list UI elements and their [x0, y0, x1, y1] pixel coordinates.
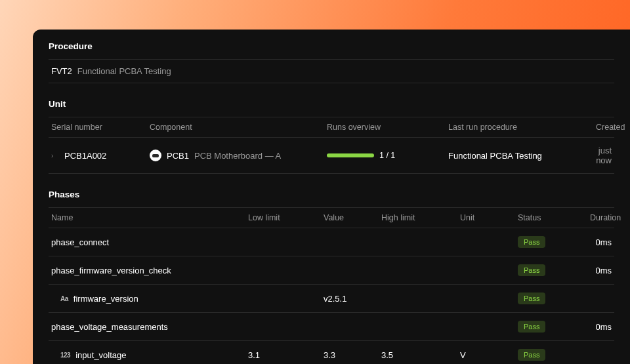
- phase-name: phase_connect: [51, 237, 248, 247]
- col-serial: Serial number: [51, 123, 150, 132]
- phase-sub-label: input_voltage: [75, 350, 126, 360]
- col-duration: Duration: [590, 213, 621, 222]
- procedure-code: FVT2: [51, 66, 72, 76]
- phase-duration: 0ms: [590, 237, 612, 247]
- status-badge: Pass: [518, 293, 545, 304]
- phase-sub-name: 123input_voltage: [51, 350, 248, 360]
- col-low: Low limit: [248, 213, 324, 222]
- phase-status-cell: Pass: [518, 349, 590, 361]
- phases-table: Name Low limit Value High limit Unit Sta…: [49, 207, 614, 364]
- unit-serial-cell: › PCB1A002: [51, 151, 150, 161]
- col-runs: Runs overview: [327, 123, 448, 132]
- status-badge: Pass: [518, 321, 545, 333]
- runs-cell: 1 / 1: [327, 151, 448, 160]
- phase-sub-label: firmware_version: [74, 294, 138, 304]
- phase-row[interactable]: 123input_voltage3.13.33.5VPass: [49, 341, 614, 364]
- main-panel: Procedure FVT2 Functional PCBA Testing U…: [33, 30, 630, 364]
- phase-low: 3.1: [248, 350, 324, 360]
- text-type-icon: Aa: [60, 295, 68, 302]
- phase-status-cell: Pass: [518, 264, 590, 276]
- phase-row[interactable]: phase_connectPass0ms: [49, 228, 614, 256]
- last-run-cell: Functional PCBA Testing: [448, 151, 596, 161]
- procedure-title: Procedure: [49, 41, 614, 51]
- component-name: PCB1: [167, 151, 189, 161]
- status-badge: Pass: [518, 264, 545, 276]
- phase-status-cell: Pass: [518, 236, 590, 248]
- unit-section: Unit Serial number Component Runs overvi…: [49, 99, 614, 174]
- chevron-right-icon[interactable]: ›: [51, 152, 58, 159]
- phase-sub-name: Aafirmware_version: [51, 294, 248, 304]
- phase-row[interactable]: phase_firmware_version_checkPass0ms: [49, 256, 614, 285]
- number-type-icon: 123: [60, 352, 70, 359]
- phases-body: phase_connectPass0msphase_firmware_versi…: [49, 228, 614, 364]
- procedure-info-row: FVT2 Functional PCBA Testing: [49, 59, 614, 83]
- phases-table-header: Name Low limit Value High limit Unit Sta…: [49, 207, 614, 228]
- phase-value: 3.3: [324, 350, 381, 360]
- phase-high: 3.5: [381, 350, 460, 360]
- status-badge: Pass: [518, 236, 545, 248]
- col-created: Created: [596, 123, 625, 132]
- created-cell: just now: [596, 146, 612, 165]
- runs-count: 1 / 1: [379, 151, 395, 160]
- unit-table-header: Serial number Component Runs overview La…: [49, 117, 614, 138]
- progress-bar: [327, 153, 374, 157]
- col-status: Status: [518, 213, 590, 222]
- phase-duration: 0ms: [590, 322, 612, 332]
- phase-name: phase_firmware_version_check: [51, 266, 248, 275]
- unit-row[interactable]: › PCB1A002 PCB1 PCB Motherboard — A 1 / …: [49, 138, 614, 174]
- col-lastrun: Last run procedure: [448, 123, 596, 132]
- component-desc: PCB Motherboard — A: [194, 151, 281, 161]
- procedure-section: Procedure FVT2 Functional PCBA Testing: [49, 41, 614, 83]
- phase-unit: V: [460, 350, 518, 360]
- procedure-name: Functional PCBA Testing: [77, 66, 171, 76]
- phase-status-cell: Pass: [518, 321, 590, 333]
- unit-title: Unit: [49, 99, 614, 109]
- phase-duration: 0ms: [590, 266, 612, 275]
- phase-value: v2.5.1: [324, 294, 381, 304]
- phase-row[interactable]: Aafirmware_versionv2.5.1Pass: [49, 285, 614, 313]
- col-name: Name: [51, 213, 248, 222]
- phase-row[interactable]: phase_voltage_measurementsPass0ms: [49, 313, 614, 341]
- unit-serial-value: PCB1A002: [64, 151, 106, 161]
- col-component: Component: [150, 123, 327, 132]
- component-chip-icon: [150, 150, 161, 161]
- phase-name: phase_voltage_measurements: [51, 322, 248, 332]
- status-badge: Pass: [518, 349, 545, 361]
- col-unit: Unit: [460, 213, 518, 222]
- phase-status-cell: Pass: [518, 293, 590, 304]
- phases-title: Phases: [49, 190, 614, 199]
- unit-table: Serial number Component Runs overview La…: [49, 117, 614, 174]
- col-high: High limit: [381, 213, 460, 222]
- component-cell: PCB1 PCB Motherboard — A: [150, 150, 327, 161]
- phases-section: Phases Name Low limit Value High limit U…: [49, 190, 614, 364]
- col-value: Value: [324, 213, 381, 222]
